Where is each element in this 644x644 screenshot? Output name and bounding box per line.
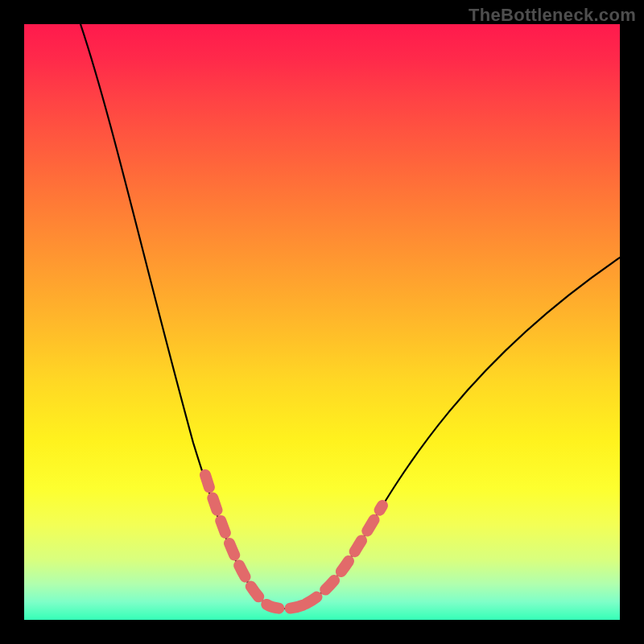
plot-area — [24, 24, 620, 620]
curve-path — [80, 24, 620, 609]
curve-dash-left — [205, 475, 306, 609]
watermark-text: TheBottleneck.com — [469, 5, 636, 26]
chart-frame: TheBottleneck.com — [0, 0, 644, 644]
curve-dash-right — [306, 506, 382, 604]
bottleneck-curve — [24, 24, 620, 620]
